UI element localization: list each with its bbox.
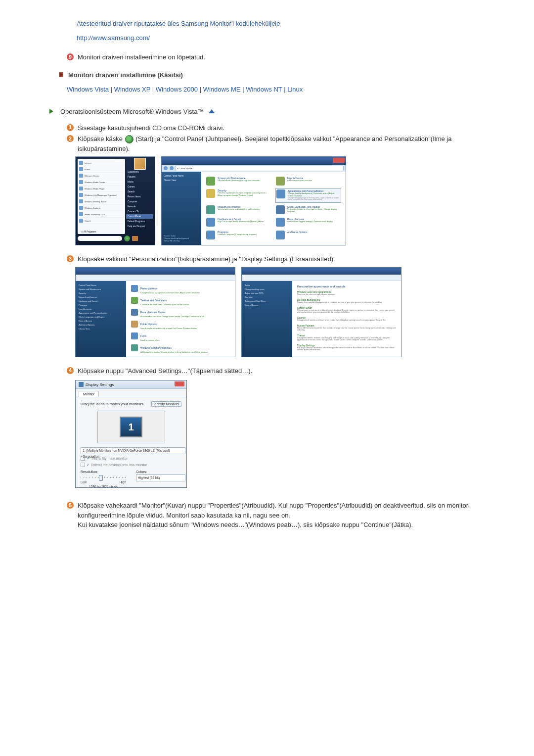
drag-monitors-label: Drag the icons to match your monitors. [81, 402, 144, 406]
all-programs-item: ▸ All Programs [82, 231, 96, 233]
monitor-icon [79, 382, 84, 387]
step4-text: Klõpsake nuppu "Advanced Settings…"(Täps… [78, 366, 252, 376]
link-nt[interactable]: Windows NT [246, 86, 282, 93]
vista-orb-icon [125, 135, 134, 143]
close-icon [333, 158, 345, 163]
vista-section-title: Operatsioonisüsteem Microsoft® Windows V… [60, 108, 204, 115]
step-bullet-9: 9 [67, 53, 74, 60]
start-search-field [78, 236, 122, 241]
colors-label: Colors: [136, 470, 181, 473]
main-monitor-checkbox: ✓This is my main monitor [81, 456, 181, 461]
step5-text: Klõpsake vahekaardi "Monitor"(Kuvar) nup… [78, 501, 504, 530]
manual-install-heading: Monitori draiveri installimine (Käsitsi) [68, 71, 183, 79]
link-me[interactable]: Windows ME [203, 86, 241, 93]
close-icon [175, 381, 184, 386]
colors-select: Highest (32 bit) [136, 474, 185, 481]
back-icon [164, 166, 168, 170]
link-2000[interactable]: Windows 2000 [156, 86, 198, 93]
samsung-url-link[interactable]: http://www.samsung.com/ [77, 34, 150, 42]
resolution-label: Resolution: [81, 470, 126, 473]
appearance-sidebar: Control Panel HomeSystem and Maintenance… [76, 281, 126, 357]
cert-driver-note: Atesteeritud draiver riputatakse üles Sa… [77, 20, 504, 27]
tab-monitor: Monitor [79, 391, 99, 397]
start-left-column: InternetE-mailWelcome CenterWindows Medi… [78, 159, 125, 234]
extend-desktop-checkbox: ✓Extend the desktop onto this monitor [81, 463, 181, 467]
screenshot-start-menu: InternetE-mailWelcome CenterWindows Medi… [75, 156, 155, 245]
cp-sidebar: Control Panel HomeClassic ViewRecent Tas… [162, 172, 201, 245]
step-bullet-2: 2 [67, 135, 74, 142]
cp-categories: System and MaintenanceGet started with W… [201, 172, 346, 245]
power-icon [124, 236, 130, 241]
appearance-main: PersonalizationChange desktop background… [126, 281, 235, 357]
monitor-preview: 1 [97, 411, 165, 443]
step-bullet-1: 1 [67, 124, 74, 131]
monitor-thumbnail: 1 [120, 417, 142, 437]
dialog-title: Display Settings [86, 382, 114, 387]
step-bullet-5: 5 [67, 502, 74, 509]
link-xp[interactable]: Windows XP [114, 86, 150, 93]
identify-monitors-button: Identify Monitors [151, 401, 181, 407]
personalization-main: Personalize appearance and sounds Window… [292, 281, 401, 357]
step3-text: Klõpsake valikuid "Personalization"(Isik… [78, 254, 335, 264]
screenshot-personalization-panel: TasksChange desktop iconsAdjust font siz… [241, 267, 401, 357]
monitor-select: 1. (Multiple Monitors) on NVIDIA GeForce… [81, 447, 185, 454]
slider-low: Low [81, 480, 87, 484]
start-right-column: DocumentsPicturesMusicGamesSearchRecent … [126, 159, 153, 243]
personalization-title: Personalize appearance and sounds [297, 285, 396, 288]
personalization-sidebar: TasksChange desktop iconsAdjust font siz… [242, 281, 292, 357]
step2-text: Klõpsake käske (Start) ja "Control Panel… [78, 134, 504, 153]
arrow-right-icon [59, 72, 63, 77]
link-vista[interactable]: Windows Vista [67, 86, 109, 93]
screenshot-appearance-panel: Control Panel HomeSystem and Maintenance… [75, 267, 235, 357]
link-linux[interactable]: Linux [287, 86, 303, 93]
arrow-up-icon[interactable] [209, 109, 215, 113]
screenshot-control-panel: ▸ Control Panel ▸ Control Panel HomeClas… [161, 156, 346, 245]
step1-text: Sisestage kasutusjuhendi CD oma CD-ROMi … [78, 123, 224, 133]
os-link-row: Windows Vista | Windows XP | Windows 200… [67, 86, 504, 93]
arrow-right-green-icon [49, 109, 53, 114]
screenshot-display-settings: Display Settings Monitor Drag the icons … [75, 380, 187, 488]
resolution-slider [81, 474, 126, 480]
step9-text: Monitori draiveri installeerimine on lõp… [78, 52, 205, 62]
step-bullet-3: 3 [67, 255, 74, 262]
lock-icon [132, 236, 138, 241]
step-bullet-4: 4 [67, 367, 74, 374]
resolution-value: 1280 by 1024 pixels [81, 485, 126, 488]
forward-icon [170, 166, 174, 170]
address-bar: ▸ Control Panel ▸ [176, 166, 344, 171]
slider-high: High [120, 480, 126, 484]
